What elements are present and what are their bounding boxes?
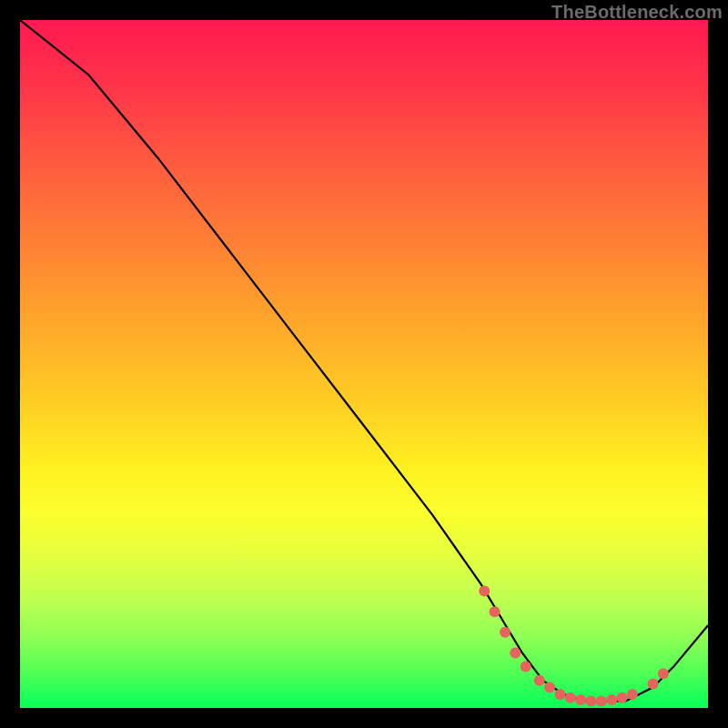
data-marker bbox=[606, 694, 617, 705]
data-marker bbox=[658, 668, 669, 679]
data-marker bbox=[544, 682, 555, 693]
data-marker bbox=[510, 648, 521, 659]
data-marker bbox=[500, 627, 511, 638]
data-marker bbox=[575, 694, 586, 705]
data-marker bbox=[490, 606, 500, 617]
data-marker bbox=[479, 586, 490, 597]
curve-svg bbox=[20, 20, 708, 708]
bottleneck-curve bbox=[20, 20, 708, 701]
data-marker bbox=[627, 689, 638, 700]
data-marker bbox=[648, 679, 659, 690]
data-marker bbox=[565, 693, 576, 703]
plot-area bbox=[20, 20, 708, 708]
data-marker bbox=[534, 675, 545, 686]
data-marker bbox=[555, 689, 566, 700]
data-marker bbox=[521, 662, 531, 672]
data-marker bbox=[586, 695, 597, 706]
marker-group bbox=[479, 586, 669, 707]
chart-container: TheBottleneck.com bbox=[0, 0, 728, 728]
data-marker bbox=[617, 693, 628, 703]
data-marker bbox=[596, 695, 607, 706]
